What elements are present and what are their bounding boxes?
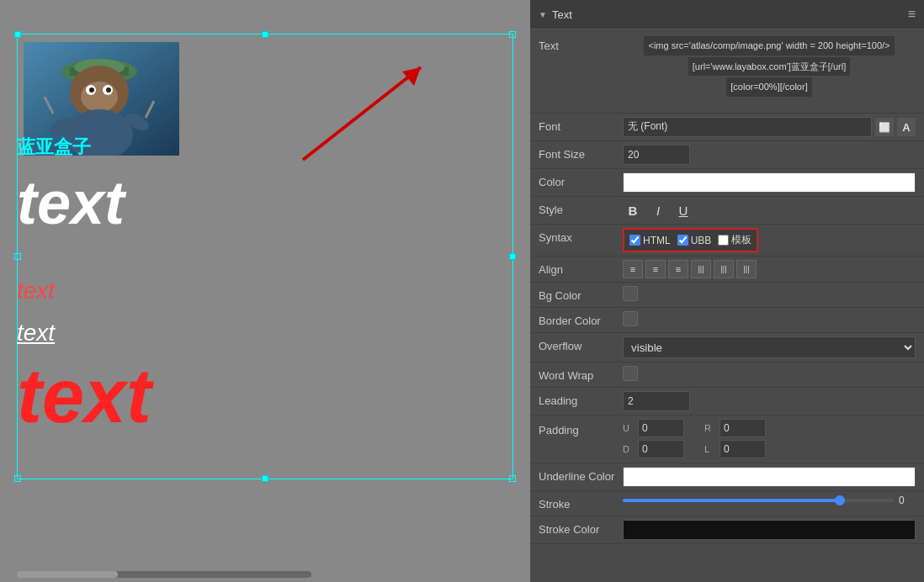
syntax-ubb-checkbox[interactable] — [677, 235, 688, 246]
italic-button[interactable]: I — [648, 200, 668, 220]
properties-panel: ▼ Text ≡ Text <img src='atlas/comp/image… — [530, 0, 924, 582]
bgcolor-picker[interactable] — [623, 286, 638, 301]
scrollbar-thumb[interactable] — [17, 571, 118, 578]
stroke-slider-container: 0 — [623, 495, 916, 506]
stroke-property-row: Stroke 0 — [530, 491, 924, 516]
syntax-property-row: Syntax HTML UBB 模板 — [530, 225, 924, 257]
color-label: Color — [539, 172, 623, 188]
leading-label: Leading — [539, 391, 623, 407]
bordercolor-label: Border Color — [539, 311, 623, 327]
padding-row-ur: Padding U R — [539, 419, 916, 437]
text-large-red: text — [17, 353, 151, 440]
leading-property-row: Leading — [530, 388, 924, 415]
font-property-row: Font 无 (Font) ⬜ A — [530, 114, 924, 141]
padding-d-label: D — [623, 444, 635, 454]
text-label: Text — [539, 36, 623, 52]
align-top-button[interactable]: ||| — [691, 260, 711, 278]
font-text-button[interactable]: A — [897, 118, 916, 136]
padding-row-dl: D L — [539, 440, 916, 458]
syntax-label: Syntax — [539, 228, 623, 244]
wordwrap-property-row: Word Wrap — [530, 362, 924, 388]
panel-header: ▼ Text ≡ — [530, 0, 924, 29]
text-value-line2[interactable]: [url='www.layabox.com']蓝亚盒子[/url] — [688, 57, 850, 77]
padding-u-input[interactable] — [638, 419, 684, 437]
syntax-template-label[interactable]: 模板 — [718, 233, 751, 247]
svg-point-9 — [106, 87, 111, 93]
align-property-row: Align ≡ ≡ ≡ ||| ||| ||| — [530, 257, 924, 283]
text-property-row: Text <img src='atlas/comp/image.png' wid… — [530, 29, 924, 114]
underlinecolor-property-row: Underline Color — [530, 463, 924, 491]
padding-spacer — [539, 447, 623, 451]
underline-button[interactable]: U — [673, 200, 693, 220]
font-browse-button[interactable]: ⬜ — [875, 118, 894, 136]
leading-input[interactable] — [623, 391, 690, 411]
overflow-property-row: Overflow visible hidden scroll — [530, 333, 924, 362]
stroke-label: Stroke — [539, 495, 623, 511]
strokecolor-label: Stroke Color — [539, 520, 623, 536]
stroke-slider[interactable] — [623, 499, 894, 502]
syntax-html-checkbox[interactable] — [629, 235, 640, 246]
syntax-html-label[interactable]: HTML — [629, 235, 671, 246]
align-center-button[interactable]: ≡ — [645, 260, 666, 278]
horizontal-scrollbar[interactable] — [17, 571, 311, 578]
padding-u-label: U — [623, 423, 635, 433]
padding-label: Padding — [539, 421, 623, 436]
strokecolor-picker[interactable] — [623, 520, 916, 540]
underlinecolor-picker[interactable] — [623, 467, 916, 487]
bgcolor-property-row: Bg Color — [530, 283, 924, 308]
padding-l-input[interactable] — [720, 440, 766, 458]
text-small-white-underline: text — [17, 320, 55, 347]
collapse-arrow-icon[interactable]: ▼ — [539, 10, 547, 19]
bordercolor-picker[interactable] — [623, 311, 638, 326]
padding-row-values-1: U R — [623, 419, 916, 437]
fontsize-input[interactable] — [623, 145, 690, 165]
bold-button[interactable]: B — [623, 200, 643, 220]
handle-mr[interactable] — [509, 253, 516, 260]
padding-r-input[interactable] — [720, 419, 766, 437]
svg-point-8 — [89, 87, 94, 93]
bordercolor-property-row: Border Color — [530, 308, 924, 333]
style-label: Style — [539, 200, 623, 216]
underlinecolor-label: Underline Color — [539, 467, 623, 483]
align-middle-button[interactable]: ||| — [714, 260, 734, 278]
color-picker[interactable] — [623, 172, 916, 193]
syntax-options: HTML UBB 模板 — [623, 228, 758, 252]
handle-bl[interactable] — [14, 475, 21, 482]
handle-ml[interactable] — [14, 253, 21, 260]
padding-row-values-2: D L — [623, 440, 916, 458]
panel-title: Text — [552, 8, 572, 21]
overflow-select[interactable]: visible hidden scroll — [623, 336, 916, 358]
padding-property-row: Padding U R D L — [530, 415, 924, 463]
style-property-row: Style B I U — [530, 197, 924, 225]
align-options: ≡ ≡ ≡ ||| ||| ||| — [623, 260, 757, 278]
text-small-red: text — [17, 278, 55, 304]
svg-point-5 — [81, 82, 118, 112]
syntax-template-text: 模板 — [731, 233, 751, 247]
syntax-ubb-text: UBB — [691, 235, 712, 246]
padding-d-input[interactable] — [638, 440, 684, 458]
handle-br[interactable] — [509, 475, 516, 482]
syntax-html-text: HTML — [643, 235, 671, 246]
text-value-line3[interactable]: [color=00%][/color] — [726, 77, 811, 97]
font-label: Font — [539, 117, 623, 133]
strokecolor-property-row: Stroke Color — [530, 516, 924, 544]
handle-tc[interactable] — [262, 31, 268, 38]
panel-menu-icon[interactable]: ≡ — [908, 7, 916, 22]
font-select[interactable]: 无 (Font) — [623, 117, 872, 137]
text-large-white: text — [17, 168, 125, 237]
bgcolor-label: Bg Color — [539, 286, 623, 302]
handle-tl[interactable] — [14, 31, 21, 38]
handle-tr[interactable] — [509, 31, 516, 38]
wordwrap-toggle[interactable] — [623, 366, 638, 381]
syntax-ubb-label[interactable]: UBB — [677, 235, 712, 246]
align-label: Align — [539, 260, 623, 276]
align-bottom-button[interactable]: ||| — [736, 260, 757, 278]
text-value-line1[interactable]: <img src='atlas/comp/image.png' width = … — [644, 36, 894, 56]
align-right-button[interactable]: ≡ — [668, 260, 688, 278]
syntax-template-checkbox[interactable] — [718, 235, 729, 246]
handle-bc[interactable] — [262, 475, 268, 482]
stroke-slider-thumb[interactable] — [835, 495, 845, 505]
padding-r-label: R — [704, 423, 716, 433]
align-left-button[interactable]: ≡ — [623, 260, 643, 278]
wordwrap-label: Word Wrap — [539, 366, 623, 382]
